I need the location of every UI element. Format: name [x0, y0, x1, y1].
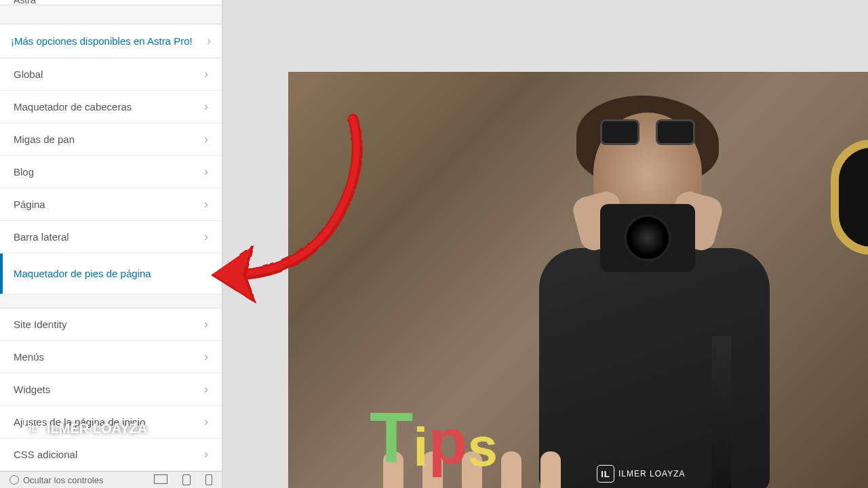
chevron-right-icon: › [204, 132, 208, 146]
hero-photographer [519, 113, 804, 488]
tips-word: Tips [370, 397, 498, 479]
chevron-right-icon: › [204, 67, 208, 81]
astra-pro-promo[interactable]: ¡Más opciones disponibles en Astra Pro! … [0, 24, 222, 58]
sidebar-item-css-adicional[interactable]: CSS adicional› [0, 439, 222, 471]
sidebar-item-label: Blog [14, 166, 34, 178]
watermark-logo-icon: IL [24, 419, 43, 438]
sidebar-top-gap [0, 5, 222, 25]
chevron-right-icon: › [204, 350, 208, 364]
chevron-right-icon: › [204, 382, 208, 396]
sidebar-item-migas-de-pan[interactable]: Migas de pan› [0, 123, 222, 156]
sidebar-item-label: Site Identity [14, 319, 66, 330]
gold-badge [831, 140, 868, 255]
desktop-icon[interactable] [154, 474, 167, 484]
hide-controls-label: Ocultar los controles [23, 475, 104, 485]
device-preview-icons [154, 474, 212, 485]
tablet-icon[interactable] [182, 474, 191, 485]
chevron-right-icon: › [204, 447, 208, 462]
eye-off-icon [9, 475, 19, 485]
chevron-right-icon: › [204, 165, 208, 179]
sidebar-section-gap [0, 294, 222, 308]
promo-text: ¡Más opciones disponibles en Astra Pro! [11, 35, 207, 47]
sidebar-item-label: Maquetador de pies de página [14, 268, 151, 279]
customizer-sidebar: Astra ¡Más opciones disponibles en Astra… [0, 0, 222, 488]
sidebar-item-label: CSS adicional [14, 449, 77, 460]
sidebar-item-site-identity[interactable]: Site Identity› [0, 308, 222, 341]
sidebar-item-label: Menús [14, 351, 44, 363]
site-preview: Tips IL ILMER LOAYZA [288, 72, 868, 488]
sidebar-item-maquetador-de-cabeceras[interactable]: Maquetador de cabeceras› [0, 91, 222, 123]
chevron-right-icon: › [204, 197, 208, 211]
sidebar-item-widgets[interactable]: Widgets› [0, 373, 222, 406]
chevron-right-icon: › [204, 415, 208, 429]
sidebar-item-label: Barra lateral [14, 231, 69, 243]
watermark-author: ILMER LOAYZA [47, 421, 147, 436]
chevron-right-icon: › [204, 230, 208, 244]
chevron-right-icon: › [204, 100, 208, 114]
sidebar-item-barra-lateral[interactable]: Barra lateral› [0, 221, 222, 253]
video-watermark: IL ILMER LOAYZA [24, 419, 147, 438]
sidebar-item-label: Maquetador de cabeceras [14, 101, 132, 113]
sidebar-item-label: Widgets [14, 384, 50, 395]
sidebar-item-maquetador-de-pies-de-p-gina[interactable]: Maquetador de pies de página [0, 253, 222, 294]
sidebar-item-men-s[interactable]: Menús› [0, 341, 222, 373]
chevron-right-icon: › [204, 317, 208, 331]
customizer-bottom-bar: Ocultar los controles [0, 471, 222, 488]
sidebar-item-label: Página [14, 199, 45, 210]
sidebar-item-blog[interactable]: Blog› [0, 156, 222, 188]
preview-watermark: IL ILMER LOAYZA [597, 465, 685, 483]
mobile-icon[interactable] [205, 474, 212, 485]
sidebar-item-global[interactable]: Global› [0, 58, 222, 91]
hide-controls-button[interactable]: Ocultar los controles [9, 475, 104, 485]
sidebar-item-p-gina[interactable]: Página› [0, 188, 222, 221]
chevron-right-icon: › [207, 34, 211, 48]
sidebar-item-label: Global [14, 68, 43, 80]
sidebar-item-label: Migas de pan [14, 134, 75, 145]
